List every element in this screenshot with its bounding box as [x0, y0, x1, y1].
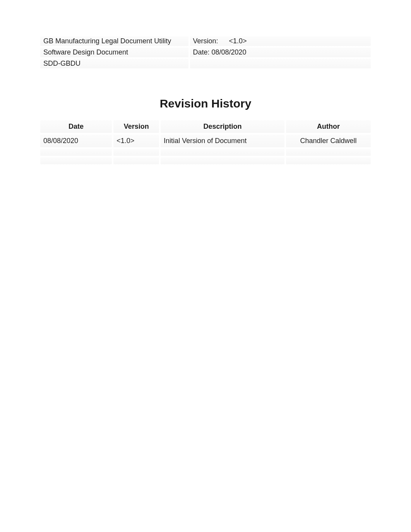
cell-empty: [40, 149, 112, 156]
header-version: Version: <1.0>: [190, 36, 371, 46]
header-date: Date: 08/08/2020: [190, 48, 371, 57]
cell-version: <1.0>: [113, 135, 159, 147]
column-header-description: Description: [161, 120, 284, 133]
cell-author: Chandler Caldwell: [286, 135, 371, 147]
cell-empty: [286, 157, 371, 164]
revision-history-table: Date Version Description Author 08/08/20…: [39, 119, 372, 166]
column-header-version: Version: [113, 120, 159, 133]
column-header-date: Date: [40, 120, 112, 133]
column-header-author: Author: [286, 120, 371, 133]
table-row: [40, 149, 371, 156]
cell-description: Initial Version of Document: [161, 135, 284, 147]
cell-empty: [113, 149, 159, 156]
document-header: GB Manufacturing Legal Document Utility …: [39, 35, 372, 70]
cell-empty: [161, 149, 284, 156]
header-doc-type: Software Design Document: [40, 48, 188, 57]
version-label: Version:: [193, 37, 220, 45]
date-value: 08/08/2020: [212, 48, 247, 56]
cell-empty: [286, 149, 371, 156]
table-row: [40, 157, 371, 164]
header-doc-id: SDD-GBDU: [40, 59, 188, 68]
page-title: Revision History: [39, 97, 372, 110]
date-label: Date:: [193, 48, 212, 56]
cell-empty: [113, 157, 159, 164]
table-row: 08/08/2020 <1.0> Initial Version of Docu…: [40, 135, 371, 147]
header-title: GB Manufacturing Legal Document Utility: [40, 36, 188, 46]
table-header-row: Date Version Description Author: [40, 120, 371, 133]
cell-date: 08/08/2020: [40, 135, 112, 147]
version-value: <1.0>: [222, 37, 247, 45]
header-empty: [190, 59, 371, 68]
cell-empty: [161, 157, 284, 164]
cell-empty: [40, 157, 112, 164]
